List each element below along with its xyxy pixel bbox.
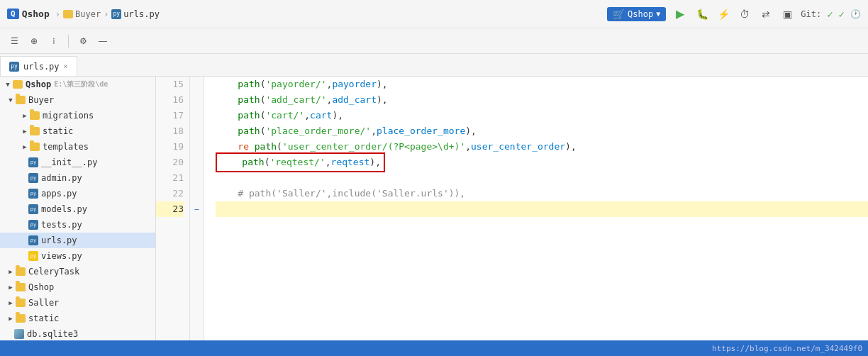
status-bar: https://blog.csdn.net/m_342449f0 — [0, 340, 868, 356]
layout-button[interactable]: ▣ — [779, 6, 795, 22]
code-line-21 — [216, 170, 868, 186]
code-comma-15: , — [327, 77, 333, 92]
code-line-23[interactable] — [216, 201, 868, 217]
line-num-22: 22 — [156, 186, 184, 201]
line-numbers: 15 16 17 18 19 20 21 22 23 — [156, 77, 190, 340]
static-buyer-folder-icon — [30, 127, 40, 135]
tools-button[interactable]: ⇄ — [758, 6, 774, 22]
tab-close-button[interactable]: × — [64, 62, 68, 70]
tree-item-buyer[interactable]: ▼ Buyer — [0, 92, 155, 108]
tree-item-urls[interactable]: py urls.py — [0, 233, 155, 248]
tree-item-celerytask[interactable]: ▶ CeleryTask — [0, 264, 155, 279]
tree-item-init[interactable]: py __init__.py — [0, 155, 155, 170]
code-comma-19: , — [465, 139, 471, 155]
apps-label: apps.py — [41, 189, 77, 199]
tree-item-models[interactable]: py models.py — [0, 201, 155, 217]
git-check1-icon: ✓ — [827, 9, 833, 20]
tab-label: urls.py — [23, 62, 60, 72]
gutter-18 — [190, 123, 204, 139]
code-var-16: add_cart — [332, 92, 377, 108]
code-lines[interactable]: path('payorder/',payorder), path('add_ca… — [204, 77, 868, 340]
code-paren-19b: ), — [565, 139, 577, 155]
tree-item-apps[interactable]: py apps.py — [0, 186, 155, 201]
title-right: 🛒 Qshop ▼ ▶ 🐛 ⚡ ⏱ ⇄ ▣ Git: ✓ ✓ 🕐 — [607, 6, 861, 23]
code-paren-15b: ), — [377, 77, 388, 92]
code-comma-18: , — [371, 123, 377, 139]
tree-item-admin[interactable]: py admin.py — [0, 170, 155, 186]
code-line-17: path('cart/',cart), — [216, 108, 868, 123]
tree-item-views[interactable]: py views.py — [0, 248, 155, 264]
line-num-16: 16 — [156, 92, 184, 108]
code-line-22: # path('Saller/',include('Saller.urls'))… — [216, 186, 868, 201]
tree-item-migrations[interactable]: ▶ migrations — [0, 108, 155, 123]
line-num-17: 17 — [156, 108, 184, 123]
line-num-18: 18 — [156, 123, 184, 139]
project-badge[interactable]: 🛒 Qshop ▼ — [607, 7, 666, 21]
coverage-button[interactable]: ⚡ — [716, 6, 731, 22]
line-num-23: 23 — [156, 201, 184, 217]
gutter-19 — [190, 139, 204, 155]
code-line-18: path('place_order_more/',place_order_mor… — [216, 123, 868, 139]
gutter-23: ─ — [190, 201, 204, 217]
breadcrumb-sep2: › — [104, 9, 108, 19]
file-tree: ▼ Qshop E:\第三阶段\de ▼ Buyer ▶ migrations … — [0, 77, 156, 340]
code-paren-18b: ), — [465, 123, 477, 139]
run-button[interactable]: ▶ — [672, 6, 689, 23]
profile-button[interactable]: ⏱ — [737, 6, 752, 22]
project-dropdown-icon[interactable]: ▼ — [656, 10, 660, 18]
templates-label: templates — [43, 142, 89, 152]
tab-urls-py[interactable]: py urls.py × — [0, 56, 77, 76]
tree-item-tests[interactable]: py tests.py — [0, 217, 155, 233]
root-folder-icon — [13, 80, 23, 89]
migrations-label: migrations — [43, 111, 94, 121]
tree-item-saller[interactable]: ▶ Saller — [0, 295, 155, 311]
structure-button[interactable]: ⁞ — [45, 33, 62, 50]
tree-item-templates[interactable]: ▶ templates — [0, 139, 155, 155]
code-line-15: path('payorder/',payorder), — [216, 77, 868, 92]
debug-button[interactable]: 🐛 — [694, 6, 710, 22]
close-button[interactable]: — — [94, 33, 111, 50]
code-func-16: path — [238, 92, 260, 108]
gutter-16 — [190, 92, 204, 108]
code-indent-20 — [220, 155, 242, 170]
breadcrumb-file: py urls.py — [111, 9, 160, 19]
static-buyer-arrow-icon: ▶ — [20, 126, 30, 136]
gutter-20 — [190, 155, 204, 170]
code-highlight-box-20: path('reqtest/',reqtest), — [216, 152, 385, 172]
code-paren-20a: ( — [265, 155, 270, 170]
code-comma-16: , — [327, 92, 333, 108]
breadcrumb-sep1: › — [55, 9, 60, 19]
static-root-arrow-icon: ▶ — [6, 313, 16, 323]
init-file-icon: py — [28, 157, 38, 167]
tree-item-static-buyer[interactable]: ▶ static — [0, 123, 155, 139]
code-str-17: 'cart/' — [265, 108, 304, 123]
qshop-arrow-icon: ▶ — [6, 282, 16, 292]
code-paren-17a: ( — [260, 108, 266, 123]
brand-icon: Q — [7, 9, 19, 19]
new-file-button[interactable]: ⊕ — [26, 33, 43, 50]
toolbar: ☰ ⊕ ⁞ ⚙ — — [0, 28, 868, 54]
saller-folder-icon — [16, 299, 26, 307]
tree-item-static-root[interactable]: ▶ static — [0, 311, 155, 326]
code-editor[interactable]: 15 16 17 18 19 20 21 22 23 ─ — [156, 77, 868, 340]
init-label: __init__.py — [41, 157, 97, 167]
tree-root[interactable]: ▼ Qshop E:\第三阶段\de — [0, 77, 155, 92]
settings-button[interactable]: ⚙ — [74, 33, 91, 50]
project-icon: 🛒 — [613, 9, 625, 20]
line-num-20: 20 — [156, 155, 184, 170]
tree-item-qshop[interactable]: ▶ Qshop — [0, 279, 155, 295]
project-label: Qshop — [628, 9, 653, 19]
code-paren-20b: ), — [369, 155, 381, 170]
gutter-17 — [190, 108, 204, 123]
templates-arrow-icon: ▶ — [20, 142, 30, 152]
toolbar-separator — [68, 35, 69, 48]
code-func-15: path — [238, 77, 260, 92]
sidebar-toggle-button[interactable]: ☰ — [6, 33, 23, 50]
tests-file-icon: py — [28, 220, 38, 230]
tree-item-db[interactable]: db.sqlite3 — [0, 326, 155, 340]
buyer-label: Buyer — [28, 95, 54, 105]
code-line-16: path('add_cart/',add_cart), — [216, 92, 868, 108]
views-label: views.py — [41, 251, 82, 261]
qshop-label: Qshop — [28, 282, 54, 292]
views-file-icon: py — [28, 251, 38, 261]
